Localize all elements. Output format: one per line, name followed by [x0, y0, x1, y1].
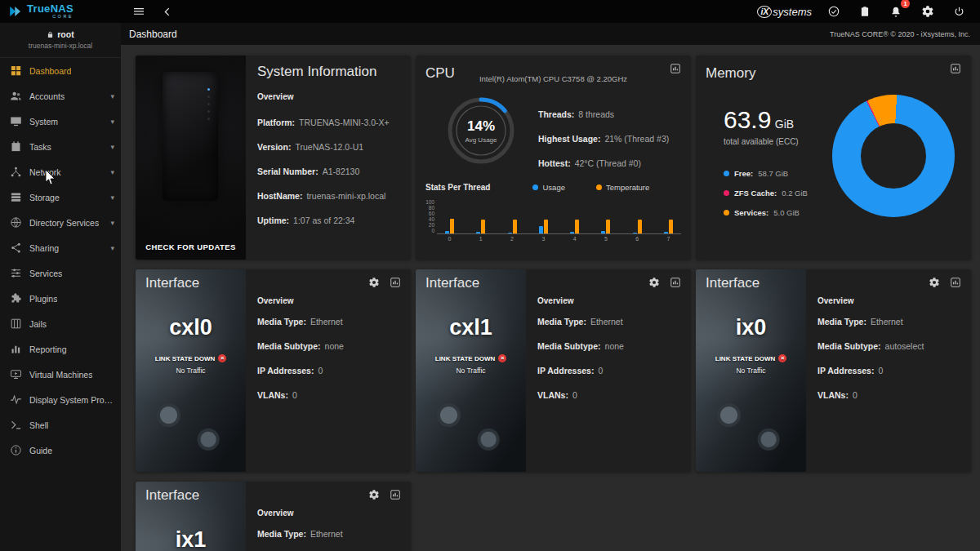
interface-settings-icon[interactable]	[368, 277, 380, 288]
changelog-button[interactable]	[856, 4, 874, 19]
field-row: Version:TrueNAS-12.0-U1	[257, 142, 399, 152]
temperature-bar	[606, 220, 610, 233]
cpu-usage-gauge: 14% Avg Usage	[447, 96, 515, 165]
card-title: Memory	[706, 65, 755, 82]
chevron-down-icon: ▾	[110, 92, 114, 100]
user-host: truenas-mini-xp.local	[5, 42, 116, 50]
y-tick: 40	[429, 216, 434, 222]
shell-icon	[10, 419, 22, 431]
field-row: IP Addresses:0	[537, 366, 679, 375]
sidebar-item-display-system-processes[interactable]: Display System Processes	[0, 387, 121, 412]
interface-chart-icon[interactable]	[950, 277, 961, 288]
system-information-card: CHECK FOR UPDATES System Information Ove…	[136, 56, 411, 260]
processes-icon	[10, 393, 22, 406]
field-row: IP Addresses:0	[817, 366, 960, 375]
interface-chart-icon[interactable]	[670, 277, 681, 288]
menu-toggle-button[interactable]	[129, 3, 149, 20]
sidebar-item-virtual-machines[interactable]: Virtual Machines	[0, 362, 121, 387]
thread-bar-group: 3	[539, 199, 548, 242]
field-row: Highest Usage:21% (Thread #3)	[538, 134, 681, 144]
notification-badge: 1	[901, 0, 910, 8]
interface-chart-icon[interactable]	[390, 277, 401, 288]
sidebar-item-plugins[interactable]: Plugins	[0, 286, 121, 311]
dashboard-content: CHECK FOR UPDATES System Information Ove…	[121, 45, 980, 551]
storage-icon	[10, 191, 22, 203]
field-row: Media Subtype:autoselect	[817, 341, 960, 351]
interface-name: ix0	[696, 315, 806, 340]
ixsystems-logo[interactable]: iXsystems	[757, 6, 812, 18]
field-row: Media Type:Ethernet	[817, 317, 960, 327]
gear-icon	[368, 489, 380, 500]
interface-settings-icon[interactable]	[648, 277, 660, 288]
thread-bar-group: 5	[601, 199, 610, 242]
sidebar-item-dashboard[interactable]: Dashboard	[0, 58, 121, 83]
sidebar-item-shell[interactable]: Shell	[0, 412, 121, 438]
interface-name: cxl1	[416, 315, 526, 340]
field-row: VLANs:0	[537, 390, 679, 400]
power-button[interactable]	[950, 4, 969, 20]
cpu-model: Intel(R) Atom(TM) CPU C3758 @ 2.20GHz	[416, 74, 691, 83]
sidebar: root truenas-mini-xp.local DashboardAcco…	[0, 23, 121, 551]
chevron-down-icon: ▾	[110, 118, 114, 126]
thread-bar-group: 6	[633, 199, 642, 242]
notifications-button[interactable]: 1	[886, 3, 906, 20]
chevron-down-icon: ▾	[110, 219, 114, 227]
link-down-icon: ×	[778, 354, 786, 362]
check-for-updates-button[interactable]: CHECK FOR UPDATES	[136, 242, 246, 251]
field-row: VLANs:0	[257, 390, 399, 400]
cpu-report-icon[interactable]	[670, 63, 681, 74]
legend-item[interactable]: Temperature	[596, 183, 649, 192]
field-row: Serial Number:A1-82130	[257, 167, 399, 176]
interface-settings-icon[interactable]	[368, 489, 380, 500]
temperature-bar	[450, 219, 454, 233]
legend-item[interactable]: Usage	[532, 183, 564, 192]
sidebar-item-services[interactable]: Services	[0, 260, 121, 286]
overview-label: Overview	[537, 296, 679, 305]
field-row: Media Subtype:none	[257, 341, 399, 351]
truecommand-button[interactable]	[824, 3, 844, 20]
field-row: Uptime:1:07 as of 22:34	[257, 216, 399, 225]
temperature-bar	[669, 220, 673, 233]
chart-icon	[670, 63, 681, 74]
settings-button[interactable]	[918, 3, 938, 20]
memory-donut-chart	[832, 95, 955, 217]
field-row: Media Type:Ethernet	[537, 317, 679, 327]
sidebar-item-directory-services[interactable]: Directory Services▾	[0, 210, 121, 235]
card-title: Interface	[145, 487, 199, 504]
collapse-sidebar-button[interactable]	[158, 3, 177, 20]
card-title: Interface	[425, 275, 479, 291]
memory-card: Memory 63.9 GiB total available (ECC)	[696, 56, 971, 260]
sidebar-item-network[interactable]: Network▾	[0, 159, 121, 184]
temperature-bar	[575, 220, 579, 233]
field-row: HostName:truenas-mini-xp.local	[257, 191, 399, 201]
truecommand-icon	[827, 5, 840, 18]
interface-card-cxl0: Interfacecxl0LINK STATE DOWN×No TrafficO…	[136, 269, 411, 472]
y-tick: 80	[429, 205, 434, 211]
copyright-text: TrueNAS CORE® © 2020 - iXsystems, Inc.	[830, 30, 970, 38]
card-title: System Information	[257, 64, 399, 80]
guide-icon	[10, 444, 22, 456]
sidebar-item-storage[interactable]: Storage▾	[0, 184, 121, 210]
sidebar-item-tasks[interactable]: Tasks▾	[0, 134, 121, 159]
accounts-icon	[10, 90, 22, 102]
sidebar-item-system[interactable]: System▾	[0, 109, 121, 134]
tasks-icon	[10, 140, 22, 153]
chart-icon	[390, 489, 401, 500]
truenas-logo[interactable]: TrueNAS CORE	[0, 3, 121, 20]
memory-legend: Free:58.7 GiBZFS Cache:0.2 GiBServices:5…	[724, 169, 808, 217]
sidebar-item-guide[interactable]: Guide	[0, 438, 121, 463]
sidebar-item-jails[interactable]: Jails	[0, 311, 121, 336]
interface-chart-icon[interactable]	[390, 489, 401, 500]
interface-card-cxl1: Interfacecxl1LINK STATE DOWN×No TrafficO…	[416, 269, 691, 472]
gear-icon	[921, 5, 934, 18]
sidebar-item-reporting[interactable]: Reporting	[0, 336, 121, 362]
overview-label: Overview	[817, 296, 960, 305]
sidebar-item-accounts[interactable]: Accounts▾	[0, 83, 121, 109]
cpu-avg-usage: 14%	[467, 118, 495, 135]
memory-report-icon[interactable]	[950, 63, 961, 74]
temperature-bar	[481, 220, 485, 233]
gear-icon	[368, 277, 380, 288]
chart-icon	[950, 277, 961, 288]
interface-settings-icon[interactable]	[929, 277, 940, 288]
sidebar-item-sharing[interactable]: Sharing▾	[0, 235, 121, 260]
